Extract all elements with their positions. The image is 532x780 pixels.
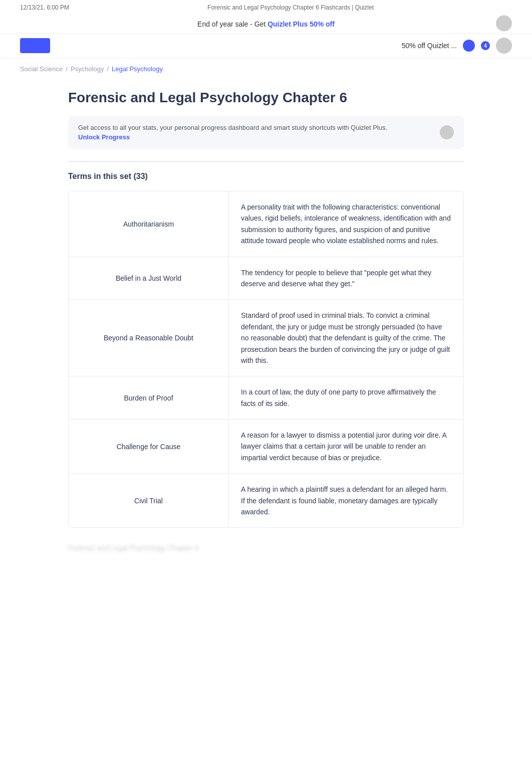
- upgrade-card: Get access to all your stats, your perso…: [68, 116, 464, 149]
- term-definition: A hearing in which a plaintiff sues a de…: [229, 474, 463, 527]
- term-name: Civil Trial: [69, 474, 229, 527]
- table-row: Belief in a Just World The tendency for …: [69, 257, 463, 300]
- promo-bar: End of year sale - Get Quizlet Plus 50% …: [0, 15, 532, 34]
- divider: [68, 161, 464, 162]
- table-row: Civil Trial A hearing in which a plainti…: [69, 474, 463, 527]
- term-definition: A personality trait with the following c…: [229, 191, 463, 257]
- nav-avatar[interactable]: [496, 38, 512, 54]
- table-row: Challenge for Cause A reason for a lawye…: [69, 420, 463, 474]
- upgrade-text: Get access to all your stats, your perso…: [78, 124, 387, 131]
- page-tab-title: Forensic and Legal Psychology Chapter 6 …: [207, 4, 374, 11]
- term-definition: Standard of proof used in criminal trial…: [229, 300, 463, 376]
- breadcrumb-sep-1: /: [66, 65, 68, 73]
- promo-link[interactable]: Quizlet Plus 50% off: [268, 20, 335, 28]
- term-name: Belief in a Just World: [69, 257, 229, 300]
- term-name: Challenge for Cause: [69, 420, 229, 473]
- breadcrumb-social-science[interactable]: Social Science: [20, 65, 63, 73]
- table-row: Burden of Proof In a court of law, the d…: [69, 376, 463, 420]
- nav-avatar-small: [463, 40, 475, 52]
- term-definition: In a court of law, the duty of one party…: [229, 376, 463, 419]
- promo-text: End of year sale - Get: [197, 20, 268, 28]
- table-row: Beyond a Reasonable Doubt Standard of pr…: [69, 300, 463, 376]
- discount-text: 50% off Quizlet ...: [402, 42, 457, 50]
- logo[interactable]: [20, 38, 50, 53]
- breadcrumb-legal-psychology: Legal Psychology: [112, 65, 163, 73]
- term-name: Authoritarianism: [69, 191, 229, 257]
- datetime: 12/13/21, 6:00 PM: [20, 4, 69, 11]
- terms-list: Authoritarianism A personality trait wit…: [68, 191, 464, 528]
- term-name: Burden of Proof: [69, 376, 229, 419]
- nav-right: 50% off Quizlet ... 4: [402, 38, 512, 54]
- breadcrumb: Social Science / Psychology / Legal Psyc…: [0, 58, 532, 80]
- terms-header: Terms in this set (33): [68, 172, 464, 181]
- page-title: Forensic and Legal Psychology Chapter 6: [68, 90, 464, 106]
- top-bar: 12/13/21, 6:00 PM Forensic and Legal Psy…: [0, 0, 532, 15]
- avatar-icon: [496, 16, 512, 32]
- table-row: Authoritarianism A personality trait wit…: [69, 191, 463, 257]
- breadcrumb-psychology[interactable]: Psychology: [71, 65, 104, 73]
- term-definition: The tendency for people to believe that …: [229, 257, 463, 300]
- term-definition: A reason for a lawyer to dismiss a poten…: [229, 420, 463, 473]
- breadcrumb-sep-2: /: [107, 65, 109, 73]
- nav-bar: 50% off Quizlet ... 4: [0, 34, 532, 58]
- notification-badge[interactable]: 4: [481, 41, 490, 50]
- term-name: Beyond a Reasonable Doubt: [69, 300, 229, 376]
- main-content: Forensic and Legal Psychology Chapter 6 …: [48, 80, 484, 588]
- upgrade-card-icon: [440, 125, 454, 139]
- unlock-progress-link[interactable]: Unlock Progress: [78, 133, 387, 141]
- footer-blurred: Forensic and Legal Psychology Chapter 6: [68, 538, 464, 558]
